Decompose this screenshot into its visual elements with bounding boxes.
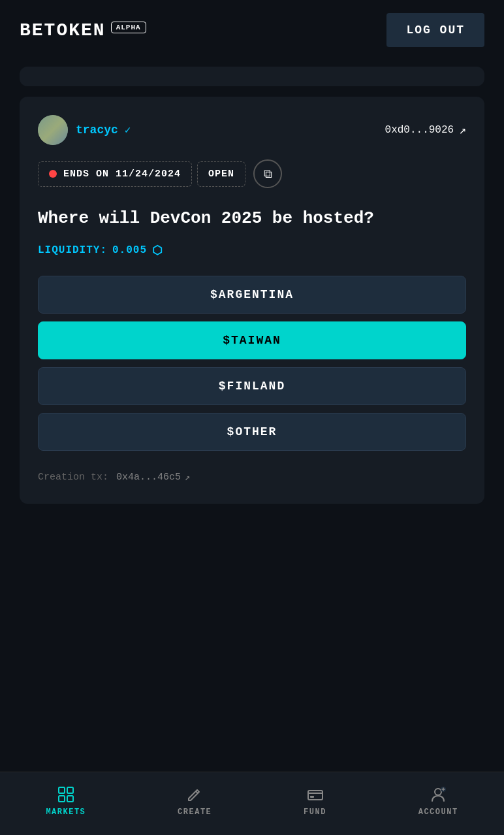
logout-button[interactable]: LOG OUT xyxy=(386,13,484,47)
creation-tx-hash[interactable]: 0x4a...46c5 ↗ xyxy=(116,472,190,483)
ends-on-badge: ENDS ON 11/24/2024 xyxy=(38,161,192,187)
bottom-nav: MARKETS CREATE FUND ACCOUNT xyxy=(0,772,504,835)
options-list: $ARGENTINA $TAIWAN $FINLAND $OTHER xyxy=(38,276,466,451)
eth-icon: ⬡ xyxy=(152,243,163,257)
option-argentina[interactable]: $ARGENTINA xyxy=(38,276,466,314)
svg-point-6 xyxy=(435,789,441,795)
creation-tx-link-icon[interactable]: ↗ xyxy=(185,472,190,483)
liquidity-label: LIQUIDITY: xyxy=(38,244,107,256)
wallet-external-link-icon[interactable]: ↗ xyxy=(459,123,466,137)
logo-container: BETOKEN ALPHA xyxy=(20,20,146,41)
account-icon xyxy=(429,785,447,804)
logo-text: BETOKEN xyxy=(20,20,106,41)
option-taiwan[interactable]: $TAIWAN xyxy=(38,321,466,359)
copy-button[interactable]: ⧉ xyxy=(253,159,282,188)
nav-item-create[interactable]: CREATE xyxy=(165,783,225,819)
nav-label-markets: MARKETS xyxy=(46,808,86,817)
wallet-address[interactable]: 0xd0...9026 ↗ xyxy=(385,123,466,137)
liquidity-value: 0.005 xyxy=(112,244,147,256)
ends-on-label: ENDS ON 11/24/2024 xyxy=(63,169,181,180)
avatar xyxy=(38,115,68,145)
nav-item-fund[interactable]: FUND xyxy=(291,783,339,819)
red-dot-icon xyxy=(49,170,57,178)
svg-rect-2 xyxy=(59,796,65,802)
main-card: tracyc ✓ 0xd0...9026 ↗ ENDS ON 11/24/202… xyxy=(20,97,484,504)
nav-label-create: CREATE xyxy=(178,808,212,817)
svg-rect-5 xyxy=(310,796,314,798)
open-badge: OPEN xyxy=(197,161,245,187)
wallet-address-text: 0xd0...9026 xyxy=(385,124,454,136)
svg-rect-4 xyxy=(308,791,323,800)
option-other[interactable]: $OTHER xyxy=(38,413,466,451)
creation-tx-row: Creation tx: 0x4a...46c5 ↗ xyxy=(38,472,466,483)
svg-rect-1 xyxy=(67,787,73,793)
nav-item-account[interactable]: ACCOUNT xyxy=(405,783,471,819)
nav-item-markets[interactable]: MARKETS xyxy=(33,783,99,819)
question-text: Where will DevCon 2025 be hosted? xyxy=(38,206,466,230)
spacer-card xyxy=(20,67,484,86)
verified-icon: ✓ xyxy=(125,123,131,137)
username: tracyc xyxy=(76,123,118,137)
nav-label-fund: FUND xyxy=(304,808,326,817)
svg-rect-3 xyxy=(67,796,73,802)
open-label: OPEN xyxy=(208,169,234,180)
markets-icon xyxy=(57,785,75,804)
copy-icon: ⧉ xyxy=(264,167,272,181)
user-info: tracyc ✓ xyxy=(38,115,131,145)
creation-tx-label: Creation tx: xyxy=(38,472,108,483)
fund-icon xyxy=(306,785,324,804)
option-finland[interactable]: $FINLAND xyxy=(38,367,466,405)
header: BETOKEN ALPHA LOG OUT xyxy=(0,0,504,60)
create-icon xyxy=(185,785,204,804)
liquidity-row: LIQUIDITY: 0.005 ⬡ xyxy=(38,243,466,257)
status-row: ENDS ON 11/24/2024 OPEN ⧉ xyxy=(38,159,466,188)
nav-label-account: ACCOUNT xyxy=(418,808,458,817)
alpha-badge: ALPHA xyxy=(111,22,146,33)
creation-tx-hash-text: 0x4a...46c5 xyxy=(116,472,181,483)
svg-rect-0 xyxy=(59,787,65,793)
user-row: tracyc ✓ 0xd0...9026 ↗ xyxy=(38,115,466,145)
